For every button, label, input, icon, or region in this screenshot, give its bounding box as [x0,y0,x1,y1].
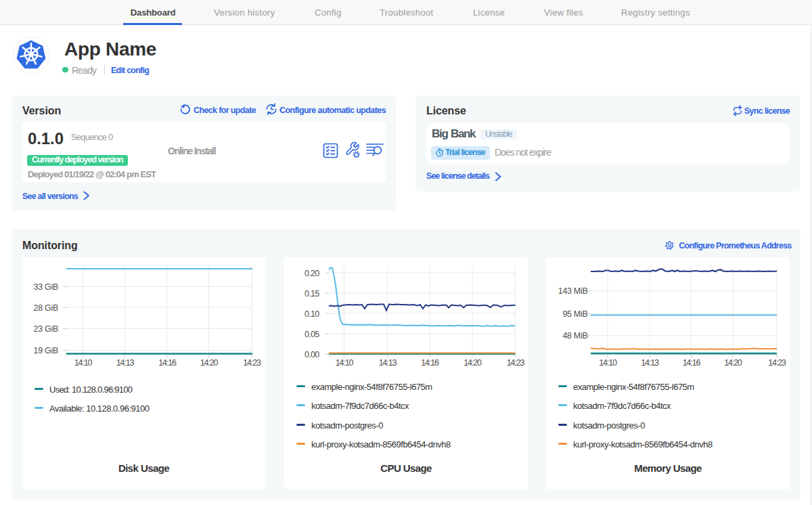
svg-text:14:23: 14:23 [507,358,525,368]
svg-text:14:23: 14:23 [243,358,261,368]
svg-text:14:10: 14:10 [336,358,354,368]
svg-text:28 GiB: 28 GiB [34,303,58,312]
svg-text:14:13: 14:13 [116,358,135,368]
svg-text:95 MiB: 95 MiB [562,309,587,319]
svg-text:14:20: 14:20 [200,358,219,368]
svg-text:0.10: 0.10 [304,309,319,318]
svg-text:0.00: 0.00 [304,349,319,359]
svg-text:14:13: 14:13 [641,358,659,368]
svg-text:14:20: 14:20 [464,358,482,368]
svg-text:0.05: 0.05 [304,329,319,338]
svg-text:143 MiB: 143 MiB [558,286,588,296]
svg-text:14:10: 14:10 [74,358,93,368]
svg-text:14:13: 14:13 [379,358,397,368]
svg-text:0.15: 0.15 [304,288,319,298]
svg-text:14:10: 14:10 [599,358,617,368]
svg-text:19 GiB: 19 GiB [34,346,58,355]
svg-text:48 MiB: 48 MiB [562,331,587,341]
svg-text:33 GiB: 33 GiB [34,282,58,292]
svg-text:23 GiB: 23 GiB [34,324,58,334]
svg-text:14:23: 14:23 [768,358,786,368]
svg-text:14:16: 14:16 [421,358,439,368]
svg-text:14:20: 14:20 [724,358,742,368]
svg-text:0.20: 0.20 [304,268,319,278]
svg-text:14:16: 14:16 [158,358,177,368]
svg-text:14:16: 14:16 [683,358,701,368]
